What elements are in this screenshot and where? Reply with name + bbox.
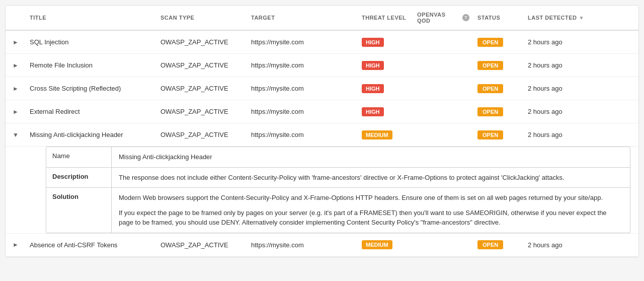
header-scan-type: Scan Type <box>156 10 247 26</box>
table-row: ► Remote File Inclusion OWASP_ZAP_ACTIVE… <box>6 54 638 77</box>
table-row: ► Absence of Anti-CSRF Tokens OWASP_ZAP_… <box>6 234 638 257</box>
header-threat-level: Threat Level <box>358 10 413 26</box>
row-target: https://mysite.com <box>247 103 358 120</box>
expand-chevron[interactable]: ► <box>6 103 26 120</box>
detail-solution-value: Modern Web browsers support the Content-… <box>112 188 630 233</box>
row-target: https://mysite.com <box>247 80 358 97</box>
status-badge: OPEN <box>477 84 503 93</box>
row-target: https://mysite.com <box>247 236 358 254</box>
row-target: https://mysite.com <box>247 56 358 74</box>
row-target: https://mysite.com <box>247 33 358 51</box>
solution-paragraph-1: Modern Web browsers support the Content-… <box>119 193 623 203</box>
header-openvas-qod: OpenVAS QOD ? <box>413 10 473 26</box>
status-badge: OPEN <box>477 130 503 139</box>
threat-badge: HIGH <box>362 38 384 47</box>
row-openvas-qod <box>413 130 473 140</box>
row-status: OPEN <box>473 102 524 121</box>
row-threat-level: MEDIUM <box>358 125 413 145</box>
detail-panel: Name Missing Anti-clickjacking Header De… <box>46 147 630 233</box>
expand-chevron[interactable]: ▼ <box>6 126 26 144</box>
header-last-detected: Last Detected ▼ <box>524 10 604 26</box>
threat-badge: HIGH <box>362 61 384 70</box>
row-threat-level: HIGH <box>358 102 413 121</box>
row-title: SQL Injection <box>26 33 156 51</box>
detail-solution-label: Solution <box>46 188 112 233</box>
header-expand <box>6 10 26 26</box>
table-row-expanded: ▼ Missing Anti-clickjacking Header OWASP… <box>6 123 638 147</box>
row-scan-type: OWASP_ZAP_ACTIVE <box>156 33 247 51</box>
solution-paragraph-2: If you expect the page to be framed only… <box>119 208 623 228</box>
row-title: Missing Anti-clickjacking Header <box>26 126 156 144</box>
row-scan-type: OWASP_ZAP_ACTIVE <box>156 126 247 144</box>
row-status: OPEN <box>473 56 524 75</box>
row-status: OPEN <box>473 125 524 145</box>
status-badge: OPEN <box>477 38 503 47</box>
row-last-detected: 2 hours ago <box>524 33 604 51</box>
threat-badge: MEDIUM <box>362 130 392 139</box>
expand-chevron[interactable]: ► <box>6 34 26 51</box>
header-target: Target <box>247 10 358 26</box>
row-title: External Redirect <box>26 103 156 120</box>
row-last-detected: 2 hours ago <box>524 236 604 254</box>
header-title: Title <box>26 10 156 26</box>
status-badge: OPEN <box>477 107 503 116</box>
table-row: ► External Redirect OWASP_ZAP_ACTIVE htt… <box>6 100 638 123</box>
row-target: https://mysite.com <box>247 126 358 144</box>
row-openvas-qod <box>413 60 473 71</box>
vulnerabilities-table: Title Scan Type Target Threat Level Open… <box>5 5 639 257</box>
expand-chevron[interactable]: ► <box>6 80 26 97</box>
table-row: ► SQL Injection OWASP_ZAP_ACTIVE https:/… <box>6 31 638 54</box>
detail-description-label: Description <box>46 168 112 188</box>
table-header: Title Scan Type Target Threat Level Open… <box>6 6 638 31</box>
threat-badge: HIGH <box>362 84 384 93</box>
row-title: Remote File Inclusion <box>26 56 156 74</box>
row-status: OPEN <box>473 235 524 254</box>
row-threat-level: HIGH <box>358 33 413 52</box>
row-last-detected: 2 hours ago <box>524 103 604 120</box>
sort-icon[interactable]: ▼ <box>579 15 584 21</box>
header-status: Status <box>473 10 524 26</box>
expand-chevron[interactable]: ► <box>6 57 26 74</box>
table-row: ► Cross Site Scripting (Reflected) OWASP… <box>6 77 638 100</box>
openvas-qod-help-icon[interactable]: ? <box>462 14 469 21</box>
row-openvas-qod <box>413 107 473 117</box>
row-status: OPEN <box>473 33 524 52</box>
row-status: OPEN <box>473 79 524 98</box>
threat-badge: MEDIUM <box>362 240 392 249</box>
threat-badge: HIGH <box>362 107 384 116</box>
row-openvas-qod <box>413 84 473 94</box>
row-title: Absence of Anti-CSRF Tokens <box>26 236 156 254</box>
detail-name-label: Name <box>46 147 112 168</box>
detail-description-value: The response does not include either Con… <box>112 168 630 188</box>
row-threat-level: MEDIUM <box>358 235 413 254</box>
row-last-detected: 2 hours ago <box>524 126 604 144</box>
row-openvas-qod <box>413 37 473 47</box>
row-last-detected: 2 hours ago <box>524 80 604 97</box>
row-scan-type: OWASP_ZAP_ACTIVE <box>156 236 247 254</box>
detail-name-value: Missing Anti-clickjacking Header <box>112 147 630 168</box>
row-last-detected: 2 hours ago <box>524 56 604 74</box>
row-scan-type: OWASP_ZAP_ACTIVE <box>156 80 247 97</box>
row-openvas-qod <box>413 240 473 250</box>
row-scan-type: OWASP_ZAP_ACTIVE <box>156 103 247 120</box>
expand-chevron[interactable]: ► <box>6 236 26 253</box>
status-badge: OPEN <box>477 61 503 70</box>
row-title: Cross Site Scripting (Reflected) <box>26 80 156 97</box>
row-scan-type: OWASP_ZAP_ACTIVE <box>156 56 247 74</box>
row-threat-level: HIGH <box>358 56 413 75</box>
detail-panel-container: Name Missing Anti-clickjacking Header De… <box>6 147 638 234</box>
row-threat-level: HIGH <box>358 79 413 98</box>
status-badge: OPEN <box>477 240 503 249</box>
